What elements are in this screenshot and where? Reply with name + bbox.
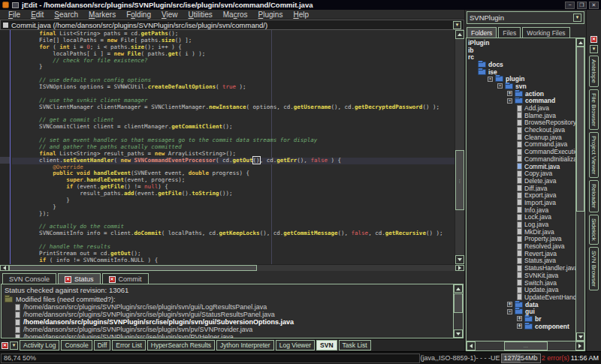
tree-folder-br[interactable]: +br — [467, 315, 575, 323]
tree-file-copy-java[interactable]: Copy.java — [467, 170, 575, 177]
scroll-up-button[interactable] — [576, 38, 584, 47]
minimize-button[interactable]: − — [565, 2, 575, 9]
code-line[interactable]: } — [12, 197, 455, 204]
modified-file-row[interactable]: /home/danson/src/plugins/SVNPlugin/src/i… — [2, 326, 453, 333]
expand-icon[interactable]: + — [507, 91, 512, 96]
tree-file-rc[interactable]: rc — [467, 53, 575, 61]
dock-strip-button-project-viewer[interactable]: Project Viewer — [589, 132, 599, 178]
menu-item-markers[interactable]: Markers — [83, 11, 121, 19]
menu-item-view[interactable]: View — [156, 11, 183, 19]
dock-button-hypersearch-results[interactable]: HyperSearch Results — [147, 340, 215, 350]
tree-file-blame-java[interactable]: Blame.java — [467, 112, 575, 119]
panel-tab-status[interactable]: ✕Status — [58, 273, 101, 284]
expand-icon[interactable]: + — [517, 323, 522, 329]
tree-file-update-java[interactable]: Update.java — [467, 286, 575, 293]
expand-icon[interactable]: + — [517, 316, 522, 321]
tree-file-updateeventhandler-java[interactable]: UpdateEventHandler.java — [467, 293, 575, 301]
tree-file-iplugin[interactable]: iPlugin — [467, 39, 575, 47]
scroll-track[interactable] — [454, 293, 463, 329]
tree-folder-docs[interactable]: docs — [467, 61, 575, 68]
tree-file-browserepository-java[interactable]: BrowseRepository.java — [467, 119, 575, 127]
modified-file-row[interactable]: /home/danson/src/plugins/SVNPlugin/src/i… — [2, 333, 453, 338]
tree-file-status-java[interactable]: Status.java — [467, 257, 575, 265]
code-area[interactable]: final List<String> paths = cd.getPaths()… — [11, 30, 455, 264]
dock-strip-button-svn-browser[interactable]: SVN Browser — [589, 247, 599, 290]
tree-file-lock-java[interactable]: Lock.java — [467, 214, 575, 221]
close-tab-icon[interactable]: ✕ — [65, 276, 71, 283]
scroll-up-button[interactable] — [454, 284, 463, 293]
tree-file-statushandler-java[interactable]: StatusHandler.java — [467, 264, 575, 272]
tree-folder-svn[interactable]: -svn — [467, 83, 575, 90]
tree-file-checkout-java[interactable]: Checkout.java — [467, 126, 575, 134]
error-count[interactable]: 2 error(s) — [541, 354, 570, 362]
tree-folder-ise[interactable]: ise — [467, 68, 575, 76]
close-dock-icon[interactable]: ✕ — [590, 36, 597, 43]
tree-vscrollbar[interactable] — [575, 38, 584, 341]
scroll-left-button[interactable] — [0, 265, 9, 271]
expand-icon[interactable]: + — [507, 302, 512, 307]
menu-item-edit[interactable]: Edit — [26, 11, 49, 19]
tree-file-mkdir-java[interactable]: MkDir.java — [467, 228, 575, 236]
menu-item-macros[interactable]: Macros — [218, 11, 253, 19]
code-line[interactable]: SVNClientManager clientManager = SVNClie… — [12, 104, 455, 111]
dock-button-jython-interpreter[interactable]: Jython Interpreter — [216, 340, 274, 350]
tree-file-switch-java[interactable]: Switch.java — [467, 279, 575, 287]
panel-vscrollbar[interactable] — [453, 284, 463, 338]
scroll-left-button[interactable] — [467, 341, 476, 350]
dock-button-error-list[interactable]: Error List — [112, 340, 145, 350]
scroll-thumb[interactable]: ⋮ — [455, 150, 464, 210]
scroll-track[interactable] — [576, 47, 584, 332]
dock-button-activity-log[interactable]: Activity Log — [20, 340, 59, 350]
modified-files-root[interactable]: Modified files (need committed?): — [2, 295, 453, 303]
close-dock-icon[interactable]: ✕ — [2, 342, 8, 349]
dock-menu-button[interactable]: ▼ — [10, 341, 18, 350]
window-menu-icon[interactable] — [12, 2, 19, 8]
menu-item-file[interactable]: File — [3, 11, 26, 19]
scroll-down-button[interactable] — [576, 332, 584, 341]
modified-file-row[interactable]: /home/danson/src/plugins/SVNPlugin/src/i… — [2, 311, 453, 318]
menu-item-help[interactable]: Help — [288, 11, 314, 19]
tree-folder-action[interactable]: +action — [467, 90, 575, 98]
collapse-icon[interactable]: - — [488, 77, 493, 82]
dock-button-console[interactable]: Console — [61, 340, 92, 350]
dock-button-diff[interactable]: Diff — [94, 340, 111, 350]
collapse-icon[interactable]: - — [507, 98, 512, 104]
scroll-track[interactable] — [9, 265, 455, 271]
code-line[interactable]: SVNCommitClient client = clientManager.g… — [12, 124, 455, 131]
dock-menu-button[interactable]: ▼ — [590, 45, 598, 53]
dock-button-log-viewer[interactable]: Log Viewer — [276, 340, 315, 350]
close-button[interactable]: ✕ — [589, 2, 599, 9]
memory-indicator[interactable]: 127/254Mb — [501, 353, 541, 363]
dock-button-svn[interactable]: SVN — [316, 340, 337, 350]
tree-file-diff-java[interactable]: Diff.java — [467, 185, 575, 192]
tree-folder-data[interactable]: +data — [467, 301, 575, 308]
tree-file-log-java[interactable]: Log.java — [467, 221, 575, 228]
tree-folder-command[interactable]: -command — [467, 98, 575, 105]
dock-strip-button-sidekick[interactable]: Sidekick — [589, 215, 599, 245]
tree-folder-gui[interactable]: -gui — [467, 308, 575, 315]
scroll-track[interactable]: ⋯ — [476, 341, 575, 350]
pv-tab-working-files[interactable]: Working Files — [522, 27, 569, 38]
dock-strip-button-antelope[interactable]: Antelope — [589, 56, 599, 87]
code-line[interactable]: ISVNOptions options = SVNWCUtil.createDe… — [12, 84, 455, 91]
editor-gutter[interactable] — [0, 30, 11, 264]
scroll-down-button[interactable] — [454, 329, 463, 338]
scroll-up-button[interactable] — [455, 30, 464, 39]
tree-file-delete-java[interactable]: Delete.java — [467, 177, 575, 185]
code-line[interactable]: SVNCommitInfo info = client.doCommit( lo… — [12, 230, 455, 237]
tree-file-command-java[interactable]: Command.java — [467, 141, 575, 149]
modified-file-row[interactable]: /home/danson/src/plugins/SVNPlugin/src/i… — [2, 303, 453, 311]
panel-tab-commit[interactable]: ✕Commit — [102, 273, 149, 284]
pv-tab-files[interactable]: Files — [498, 27, 521, 38]
code-line[interactable]: } — [12, 204, 455, 211]
dock-strip-button-reloader[interactable]: Reloader — [589, 180, 599, 212]
scroll-thumb[interactable] — [576, 47, 584, 212]
collapse-icon[interactable]: - — [507, 309, 512, 314]
project-selector[interactable]: SVNPlugin ▼ — [467, 11, 584, 24]
menu-item-folding[interactable]: Folding — [121, 11, 156, 19]
buffer-switcher[interactable]: Commit.java (/home/danson/src/plugins/SV… — [0, 20, 464, 30]
tree-file-ib[interactable]: ib — [467, 47, 575, 54]
tree-file-property-java[interactable]: Property.java — [467, 236, 575, 243]
scroll-right-button[interactable] — [575, 341, 584, 350]
panel-tab-svn-console[interactable]: SVN Console — [2, 273, 56, 284]
